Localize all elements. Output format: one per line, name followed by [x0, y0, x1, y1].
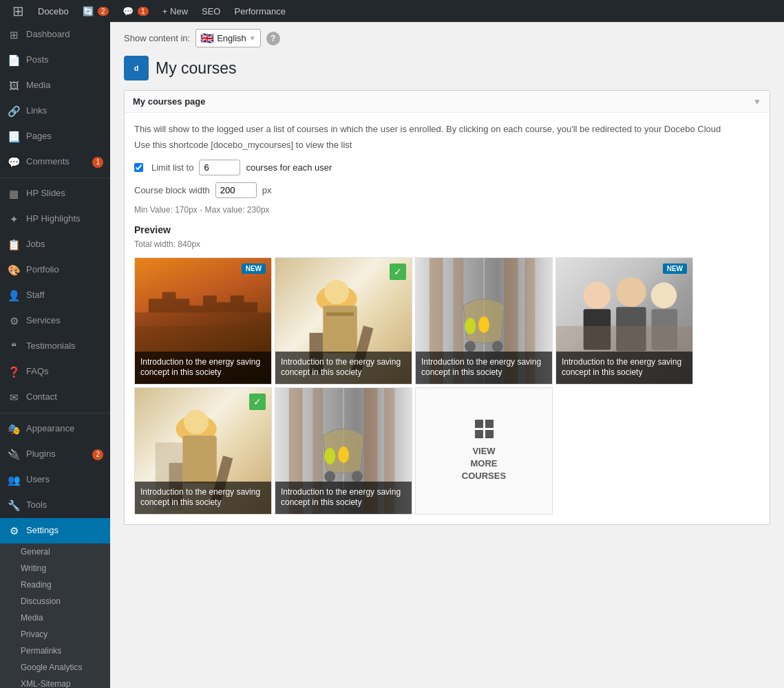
sidebar-item-services[interactable]: ⚙ Services: [0, 308, 110, 334]
course-card-1[interactable]: NEW Introduction to the energy saving co…: [134, 257, 272, 385]
submenu-reading[interactable]: Reading: [0, 577, 110, 593]
sidebar-item-contact[interactable]: ✉ Contact: [0, 385, 110, 410]
appearance-icon: 🎭: [7, 422, 21, 436]
limit-row: Limit list to courses for each user: [134, 160, 760, 175]
course-card-3[interactable]: Introduction to the energy saving concep…: [415, 257, 553, 385]
course-label-2: Introduction to the energy saving concep…: [275, 352, 412, 384]
sidebar-item-pages[interactable]: 📃 Pages: [0, 124, 110, 149]
language-select[interactable]: 🇬🇧 English ▼: [195, 29, 261, 47]
sidebar-item-hp-highlights[interactable]: ✦ HP Highlights: [0, 206, 110, 232]
updates-button[interactable]: 🔄 2: [76, 0, 116, 22]
sidebar-item-faqs[interactable]: ❓ FAQs: [0, 359, 110, 385]
new-content-button[interactable]: + New: [156, 0, 195, 22]
comments-icon: 💬: [123, 6, 134, 17]
staff-icon: 👤: [7, 288, 21, 303]
sidebar-item-staff[interactable]: 👤 Staff: [0, 283, 110, 308]
sidebar-item-plugins[interactable]: 🔌 Plugins 2: [0, 442, 110, 467]
info-text-1: This will show to the logged user a list…: [134, 122, 760, 137]
course-label-3: Introduction to the energy saving concep…: [416, 352, 552, 384]
svg-point-20: [616, 277, 646, 307]
metabox-header[interactable]: My courses page ▼: [125, 91, 770, 113]
sidebar-label-pages: Pages: [26, 130, 52, 142]
svg-point-36: [324, 471, 335, 482]
limit-checkbox[interactable]: [134, 163, 143, 172]
info-text-2: Use this shortcode [docebo_mycourses] to…: [134, 140, 760, 150]
sidebar-label-jobs: Jobs: [26, 238, 45, 250]
sidebar: ⊞ Dashboard 📄 Posts 🖼 Media 🔗 Links 📃 Pa…: [0, 22, 110, 688]
block-width-row: Course block width px: [134, 182, 760, 198]
sidebar-item-users[interactable]: 👥 Users: [0, 467, 110, 493]
sidebar-label-links: Links: [26, 105, 47, 117]
settings-submenu: General Writing Reading Discussion Media…: [0, 544, 110, 688]
badge-new-4: NEW: [663, 264, 687, 274]
submenu-general[interactable]: General: [0, 544, 110, 560]
sidebar-item-comments[interactable]: 💬 Comments 1: [0, 149, 110, 175]
sidebar-item-media[interactable]: 🖼 Media: [0, 73, 110, 98]
sidebar-item-posts[interactable]: 📄 Posts: [0, 47, 110, 73]
submenu-writing[interactable]: Writing: [0, 560, 110, 577]
view-more-text: VIEW MORE COURSES: [462, 445, 506, 483]
svg-point-14: [465, 341, 476, 352]
help-button[interactable]: ?: [266, 32, 280, 45]
svg-rect-26: [182, 436, 216, 483]
performance-label: Performance: [235, 6, 286, 17]
sidebar-item-hp-slides[interactable]: ▦ HP Slides: [0, 181, 110, 206]
links-icon: 🔗: [7, 104, 21, 118]
sidebar-label-services: Services: [26, 314, 61, 327]
preview-heading: Preview: [134, 224, 760, 235]
course-card-6[interactable]: Introduction to the energy saving concep…: [275, 387, 412, 515]
submenu-google-analytics[interactable]: Google Analytics: [0, 659, 110, 676]
hp-highlights-icon: ✦: [7, 212, 21, 226]
course-card-5[interactable]: ✓ Introduction to the energy saving conc…: [134, 387, 272, 515]
course-card-4[interactable]: NEW Introduction to the energy saving co…: [555, 257, 693, 385]
sidebar-label-tools: Tools: [26, 499, 47, 511]
total-width-text: Total width: 840px: [134, 239, 760, 249]
submenu-discussion[interactable]: Discussion: [0, 593, 110, 610]
wp-logo-button[interactable]: ⊞: [6, 0, 31, 22]
sidebar-label-settings: Settings: [26, 524, 59, 537]
sidebar-label-portfolio: Portfolio: [26, 264, 59, 276]
contact-icon: ✉: [7, 390, 21, 405]
settings-icon: ⚙: [7, 524, 21, 538]
performance-button[interactable]: Performance: [228, 0, 293, 22]
submenu-xml-sitemap[interactable]: XML-Sitemap: [0, 676, 110, 688]
metabox-title: My courses page: [133, 96, 206, 107]
course-grid-row1: NEW Introduction to the energy saving co…: [134, 257, 760, 385]
users-icon: 👥: [7, 473, 21, 487]
sidebar-item-testimonials[interactable]: ❝ Testimonials: [0, 334, 110, 359]
sidebar-label-plugins: Plugins: [26, 448, 56, 460]
course-label-1: Introduction to the energy saving concep…: [135, 352, 271, 384]
view-more-button[interactable]: VIEW MORE COURSES: [415, 387, 553, 515]
sidebar-item-tools[interactable]: 🔧 Tools: [0, 493, 110, 518]
sidebar-label-testimonials: Testimonials: [26, 340, 76, 352]
block-width-input[interactable]: [215, 182, 257, 198]
comments-menu-badge: 1: [92, 157, 103, 168]
empty-card-placeholder: [555, 387, 693, 515]
testimonials-icon: ❝: [7, 339, 21, 354]
sidebar-item-dashboard[interactable]: ⊞ Dashboard: [0, 22, 110, 47]
comments-button[interactable]: 💬 1: [116, 0, 156, 22]
sidebar-item-jobs[interactable]: 📋 Jobs: [0, 232, 110, 257]
sidebar-item-settings[interactable]: ⚙ Settings: [0, 518, 110, 544]
sidebar-label-faqs: FAQs: [26, 365, 49, 378]
docebo-menu-item[interactable]: Docebo: [31, 0, 76, 22]
sidebar-item-links[interactable]: 🔗 Links: [0, 98, 110, 124]
course-label-5: Introduction to the energy saving concep…: [135, 482, 271, 514]
course-card-2[interactable]: ✓ Introduction to the energy saving conc…: [275, 257, 412, 385]
services-icon: ⚙: [7, 314, 21, 328]
posts-icon: 📄: [7, 53, 21, 67]
submenu-privacy[interactable]: Privacy: [0, 626, 110, 643]
badge-new-1: NEW: [242, 264, 266, 274]
submenu-permalinks[interactable]: Permalinks: [0, 643, 110, 659]
sidebar-label-staff: Staff: [26, 289, 45, 301]
course-grid-row2: ✓ Introduction to the energy saving conc…: [134, 387, 760, 515]
seo-button[interactable]: SEO: [195, 0, 227, 22]
plugins-icon: 🔌: [7, 447, 21, 462]
limit-label: Limit list to: [151, 162, 193, 173]
sidebar-item-appearance[interactable]: 🎭 Appearance: [0, 416, 110, 442]
limit-value-input[interactable]: [199, 160, 240, 175]
page-title: My courses: [156, 59, 237, 78]
svg-point-6: [324, 279, 349, 304]
sidebar-item-portfolio[interactable]: 🎨 Portfolio: [0, 257, 110, 283]
submenu-media[interactable]: Media: [0, 610, 110, 626]
